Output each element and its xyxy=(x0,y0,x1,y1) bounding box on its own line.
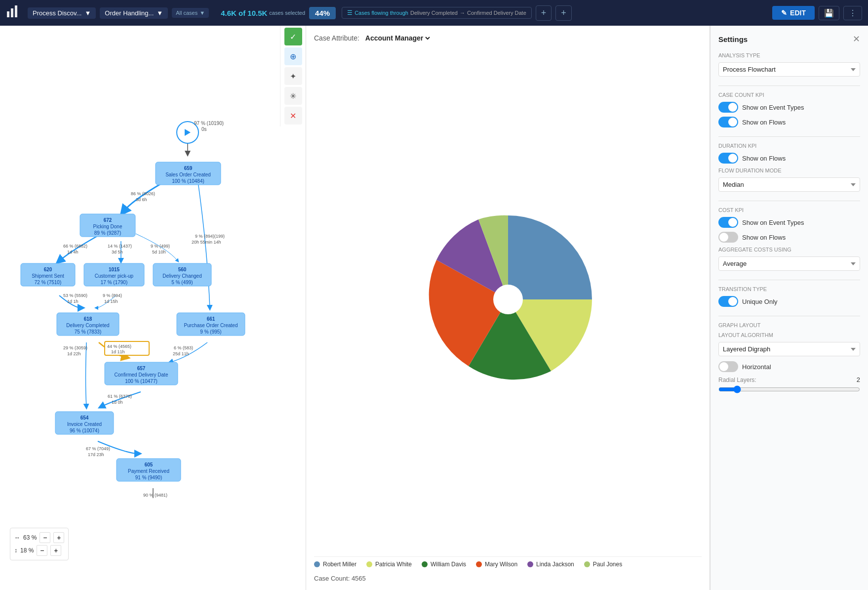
svg-text:66 % (6882): 66 % (6882) xyxy=(63,244,87,249)
svg-text:Invoice Created: Invoice Created xyxy=(67,421,102,427)
toggle-knob xyxy=(728,154,737,163)
show-flows-toggle-1[interactable] xyxy=(718,117,738,127)
confirm-button[interactable]: ✓ xyxy=(284,28,302,45)
svg-text:1d 0h: 1d 0h xyxy=(112,400,123,405)
flow-from: Delivery Completed xyxy=(410,10,458,16)
duration-kpi-section: Duration KPI Show on Flows Flow duration… xyxy=(718,143,860,192)
svg-text:560: 560 xyxy=(178,267,187,272)
flow-filter[interactable]: ☰ Cases flowing through Delivery Complet… xyxy=(342,7,532,19)
zoom-h-plus[interactable]: + xyxy=(53,532,64,543)
legend-item-robert: Robert Miller xyxy=(314,561,356,568)
svg-text:44 % (4565): 44 % (4565) xyxy=(107,344,131,349)
layout-algorithm-select[interactable]: Layered Digraph xyxy=(718,342,860,356)
svg-text:61 % (6378): 61 % (6378) xyxy=(108,394,132,399)
flow-duration-mode-label: Flow duration mode xyxy=(718,168,860,173)
svg-text:659: 659 xyxy=(184,166,193,171)
zoom-v-value: 18 % xyxy=(20,547,34,554)
more-options-button[interactable]: ⋮ xyxy=(843,6,862,20)
percentage-badge: 44% xyxy=(309,7,336,19)
svg-text:72 % (7510): 72 % (7510) xyxy=(35,280,61,285)
edit-button[interactable]: ✎ EDIT xyxy=(772,6,815,20)
case-count-value: 4565 xyxy=(352,575,366,582)
divider-4 xyxy=(718,280,860,280)
show-event-types-toggle-1[interactable] xyxy=(718,102,738,113)
divider-2 xyxy=(718,136,860,137)
layout-algorithm-label: Layout Algorithm xyxy=(718,332,860,338)
legend-dot-linda xyxy=(527,561,533,567)
add-panel-button[interactable]: + xyxy=(555,5,572,21)
filter-selector[interactable]: Order Handling... ▼ xyxy=(100,7,168,19)
app-name: Process Discov... xyxy=(33,9,81,17)
svg-text:3d 5h: 3d 5h xyxy=(112,250,123,254)
settings-flow-button[interactable]: ✦ xyxy=(284,67,302,85)
horizontal-label: Horizontal xyxy=(742,363,771,371)
svg-text:6 % (583): 6 % (583) xyxy=(174,345,193,350)
cost-kpi-section: Cost KPI Show on Event Types Show on Flo… xyxy=(718,207,860,271)
attribute-selector[interactable]: Account Manager xyxy=(363,34,432,42)
zoom-controls: ↔ 63 % − + ↕ 18 % − + xyxy=(10,528,69,560)
filter-sub-selector[interactable]: All cases ▼ xyxy=(172,8,209,18)
app-logo xyxy=(6,4,20,21)
svg-text:75 % (7833): 75 % (7833) xyxy=(75,329,101,335)
show-flows-toggle-2[interactable] xyxy=(718,153,738,164)
legend-dot-patricia xyxy=(366,561,372,567)
filter-sub-label: All cases xyxy=(176,10,197,16)
legend-item-paul: Paul Jones xyxy=(584,561,622,568)
zoom-h-minus[interactable]: − xyxy=(39,532,50,543)
horizontal-toggle[interactable] xyxy=(718,361,738,372)
zoom-in-button[interactable]: ⊕ xyxy=(284,47,302,65)
close-flow-button[interactable]: ✕ xyxy=(284,107,302,125)
svg-text:17d 23h: 17d 23h xyxy=(88,452,104,457)
save-button[interactable]: 💾 xyxy=(819,6,839,20)
show-event-types-toggle-2[interactable] xyxy=(718,217,738,228)
radial-layers-value: 2 xyxy=(857,376,860,383)
show-flows-label-1: Show on Flows xyxy=(742,119,786,126)
toggle-knob xyxy=(719,362,728,371)
svg-text:17 % (1790): 17 % (1790) xyxy=(101,280,127,285)
legend-label-robert: Robert Miller xyxy=(323,561,356,568)
flow-duration-select[interactable]: Median xyxy=(718,177,860,192)
link-button[interactable]: ✳ xyxy=(284,87,302,105)
legend-item-william: William Davis xyxy=(422,561,466,568)
svg-text:9 % (894)(199): 9 % (894)(199) xyxy=(195,234,225,239)
show-event-types-row-1: Show on Event Types xyxy=(718,102,860,113)
svg-text:96 % (10074): 96 % (10074) xyxy=(70,428,99,433)
svg-text:90 % (9481): 90 % (9481) xyxy=(143,493,167,498)
svg-text:672: 672 xyxy=(104,217,112,223)
divider-3 xyxy=(718,201,860,201)
edit-label: EDIT xyxy=(790,9,806,17)
unique-only-toggle[interactable] xyxy=(718,296,738,307)
svg-text:9 % (894): 9 % (894) xyxy=(103,293,122,298)
analysis-type-select[interactable]: Process Flowchart xyxy=(718,62,860,77)
legend-dot-mary xyxy=(476,561,482,567)
cases-label: cases selected xyxy=(269,10,305,16)
chart-panel: Case Attribute: Account Manager xyxy=(306,26,710,590)
add-tab-button[interactable]: + xyxy=(536,5,552,21)
divider-5 xyxy=(718,316,860,316)
svg-text:1d 22h: 1d 22h xyxy=(67,351,81,356)
svg-text:657: 657 xyxy=(137,366,146,371)
svg-text:Customer pick-up: Customer pick-up xyxy=(95,273,134,279)
show-flows-toggle-3[interactable] xyxy=(718,232,738,243)
svg-text:Purchase Order Created: Purchase Order Created xyxy=(184,323,238,328)
svg-text:Confirmed Delivery Date: Confirmed Delivery Date xyxy=(115,372,168,378)
svg-text:1d 4h: 1d 4h xyxy=(67,250,79,254)
zoom-v-plus[interactable]: + xyxy=(50,545,61,556)
radial-layers-slider[interactable] xyxy=(718,385,860,393)
close-settings-button[interactable]: ✕ xyxy=(853,34,860,44)
zoom-v-minus[interactable]: − xyxy=(37,545,47,556)
svg-text:605: 605 xyxy=(145,462,153,467)
topbar: Process Discov... ▼ Order Handling... ▼ … xyxy=(0,0,868,26)
svg-text:5 % (499): 5 % (499) xyxy=(171,280,193,285)
svg-rect-2 xyxy=(15,5,17,17)
show-flows-row-2: Show on Flows xyxy=(718,153,860,164)
show-flows-row-1: Show on Flows xyxy=(718,117,860,127)
svg-text:620: 620 xyxy=(44,267,52,272)
svg-text:91 % (9490): 91 % (9490) xyxy=(135,475,162,480)
process-flow-svg: 97 % (10190) 0s 86 % (9026) 3d 6h 9 % (8… xyxy=(0,26,280,590)
app-selector[interactable]: Process Discov... ▼ xyxy=(28,7,96,19)
aggregate-costs-select[interactable]: Average xyxy=(718,256,860,271)
svg-text:Picking Done: Picking Done xyxy=(93,224,122,229)
transition-type-label: Transition Type xyxy=(718,286,860,292)
svg-text:1d 1h: 1d 1h xyxy=(67,299,79,304)
